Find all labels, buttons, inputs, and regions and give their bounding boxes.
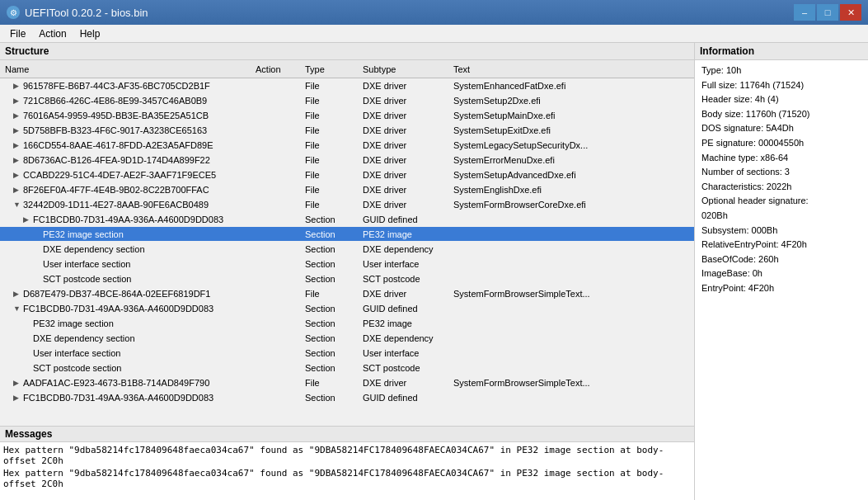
expand-icon[interactable] — [33, 275, 41, 283]
row-text: SystemLegacySetupSecurityDx... — [453, 140, 694, 150]
row-subtype: DXE driver — [363, 125, 453, 135]
expand-icon[interactable] — [23, 349, 31, 357]
row-text: SystemFormBrowserCoreDxe.efi — [453, 200, 694, 210]
expand-icon[interactable]: ▶ — [13, 97, 21, 105]
table-row[interactable]: ▼ 32442D09-1D11-4E27-8AAB-90FE6ACB0489 F… — [0, 197, 694, 212]
row-type: Section — [305, 215, 363, 224]
row-subtype: DXE driver — [363, 289, 453, 299]
tree-rows[interactable]: ▶ 961578FE-B6B7-44C3-AF35-6BC705CD2B1F F… — [0, 78, 694, 426]
col-text-header: Text — [453, 64, 683, 74]
expand-icon[interactable] — [33, 230, 41, 238]
row-subtype: DXE driver — [363, 111, 453, 120]
table-row[interactable]: SCT postcode section Section SCT postcod… — [0, 271, 694, 286]
table-row[interactable]: ▶ CCABD229-51C4-4DE7-AE2F-3AAF71F9ECE5 F… — [0, 167, 694, 182]
row-type: Section — [305, 259, 363, 269]
table-row[interactable]: DXE dependency section Section DXE depen… — [0, 331, 694, 346]
row-subtype: SCT postcode — [363, 274, 453, 284]
table-row[interactable]: ▶ 76016A54-9959-495D-BB3E-BA35E25A51CB F… — [0, 108, 694, 123]
expand-icon[interactable]: ▶ — [13, 171, 21, 179]
expand-icon[interactable]: ▼ — [13, 200, 21, 209]
window-title: UEFITool 0.20.2 - bios.bin — [25, 7, 148, 19]
row-type: Section — [305, 244, 363, 254]
expand-icon[interactable]: ▶ — [23, 215, 31, 224]
row-text: SystemSetup2Dxe.efi — [453, 96, 694, 106]
table-row[interactable]: ▶ 8D6736AC-B126-4FEA-9D1D-174D4A899F22 F… — [0, 153, 694, 167]
row-name-text: PE32 image section — [43, 229, 124, 239]
table-row[interactable]: ▶ D687E479-DB37-4BCE-864A-02EEF6819DF1 F… — [0, 286, 694, 301]
window: ⚙ UEFITool 0.20.2 - bios.bin – □ ✕ File … — [0, 0, 868, 500]
row-type: File — [305, 170, 363, 180]
expand-icon[interactable] — [33, 245, 41, 253]
row-subtype: GUID defined — [363, 215, 453, 224]
row-name-text: 166CD554-8AAE-4617-8FDD-A2E3A5AFD89E — [23, 140, 213, 150]
expand-icon[interactable] — [23, 364, 31, 372]
row-type: File — [305, 185, 363, 195]
row-type: File — [305, 140, 363, 150]
menu-action[interactable]: Action — [32, 26, 73, 41]
menu-help[interactable]: Help — [73, 26, 107, 41]
close-button[interactable]: ✕ — [840, 4, 861, 21]
row-subtype: SCT postcode — [363, 363, 453, 373]
table-row[interactable]: User interface section Section User inte… — [0, 257, 694, 271]
row-name-text: PE32 image section — [33, 318, 114, 328]
table-row[interactable]: SCT postcode section Section SCT postcod… — [0, 361, 694, 375]
maximize-button[interactable]: □ — [817, 4, 838, 21]
structure-header: Structure — [0, 43, 694, 60]
window-controls: – □ ✕ — [794, 4, 861, 21]
table-row[interactable]: User interface section Section User inte… — [0, 346, 694, 361]
expand-icon[interactable] — [23, 334, 31, 342]
table-row[interactable]: ▶ AADFA1AC-E923-4673-B1B8-714AD849F790 F… — [0, 375, 694, 390]
expand-icon[interactable] — [33, 260, 41, 268]
table-row[interactable]: ▼ FC1BCDB0-7D31-49AA-936A-A4600D9DD083 S… — [0, 301, 694, 316]
row-subtype: DXE driver — [363, 81, 453, 91]
row-type: File — [305, 81, 363, 91]
expand-icon[interactable]: ▶ — [13, 141, 21, 149]
row-type: File — [305, 125, 363, 135]
expand-icon[interactable]: ▶ — [13, 126, 21, 134]
expand-icon[interactable]: ▶ — [13, 379, 21, 387]
row-name-text: 721C8B66-426C-4E86-8E99-3457C46AB0B9 — [23, 96, 207, 106]
row-name-text: CCABD229-51C4-4DE7-AE2F-3AAF71F9ECE5 — [23, 170, 216, 180]
row-text: SystemEnhancedFatDxe.efi — [453, 81, 694, 91]
row-type: Section — [305, 363, 363, 373]
minimize-button[interactable]: – — [794, 4, 815, 21]
row-subtype: DXE dependency — [363, 244, 453, 254]
table-row[interactable]: ▶ 5D758BFB-B323-4F6C-9017-A3238CE65163 F… — [0, 123, 694, 138]
row-name-text: User interface section — [33, 348, 120, 358]
expand-icon[interactable]: ▶ — [13, 290, 21, 298]
expand-icon[interactable]: ▶ — [13, 186, 21, 194]
title-bar: ⚙ UEFITool 0.20.2 - bios.bin – □ ✕ — [0, 0, 868, 25]
row-subtype: DXE driver — [363, 96, 453, 106]
expand-icon[interactable] — [23, 319, 31, 328]
col-action-header: Action — [256, 64, 305, 74]
expand-icon[interactable]: ▶ — [13, 111, 21, 120]
row-type: File — [305, 111, 363, 120]
expand-icon[interactable]: ▶ — [13, 82, 21, 90]
expand-icon[interactable]: ▶ — [13, 156, 21, 164]
message-line: Hex pattern "9dba58214fc178409648faeca03… — [3, 467, 691, 490]
table-row[interactable]: PE32 image section Section PE32 image — [0, 316, 694, 331]
table-row[interactable]: ▶ FC1BCDB0-7D31-49AA-936A-A4600D9DD083 S… — [0, 390, 694, 405]
table-row[interactable]: PE32 image section Section PE32 image — [0, 227, 694, 242]
table-row[interactable]: ▶ 8F26EF0A-4F7F-4E4B-9B02-8C22B700FFAC F… — [0, 182, 694, 197]
row-type: Section — [305, 393, 363, 403]
app-icon: ⚙ — [7, 6, 20, 19]
table-row[interactable]: DXE dependency section Section DXE depen… — [0, 242, 694, 257]
info-line: EntryPoint: 4F20h — [701, 281, 861, 296]
table-row[interactable]: ▶ 961578FE-B6B7-44C3-AF35-6BC705CD2B1F F… — [0, 78, 694, 93]
row-subtype: DXE driver — [363, 155, 453, 165]
row-subtype: DXE driver — [363, 170, 453, 180]
row-subtype: User interface — [363, 348, 453, 358]
left-panel: Structure Name Action Type Subtype Text … — [0, 43, 695, 500]
row-name-text: 8D6736AC-B126-4FEA-9D1D-174D4A899F22 — [23, 155, 210, 165]
expand-icon[interactable]: ▼ — [13, 304, 21, 313]
expand-icon[interactable]: ▶ — [13, 394, 21, 402]
table-row[interactable]: ▶ FC1BCDB0-7D31-49AA-936A-A4600D9DD083 S… — [0, 212, 694, 227]
row-name-text: DXE dependency section — [43, 244, 145, 254]
table-row[interactable]: ▶ 166CD554-8AAE-4617-8FDD-A2E3A5AFD89E F… — [0, 138, 694, 153]
table-row[interactable]: ▶ 721C8B66-426C-4E86-8E99-3457C46AB0B9 F… — [0, 93, 694, 108]
menu-file[interactable]: File — [3, 26, 32, 41]
info-line: Header size: 4h (4) — [701, 92, 861, 107]
row-subtype: DXE dependency — [363, 333, 453, 343]
row-name-text: SCT postcode section — [43, 274, 131, 284]
